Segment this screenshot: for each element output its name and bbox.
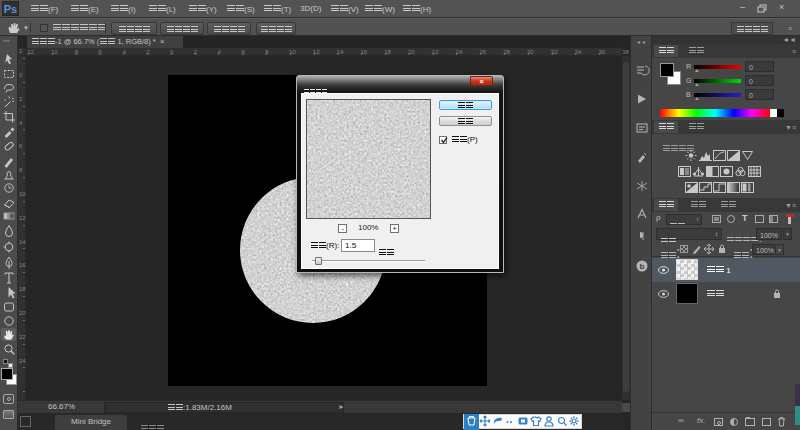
svg-text:b: b bbox=[640, 262, 645, 271]
